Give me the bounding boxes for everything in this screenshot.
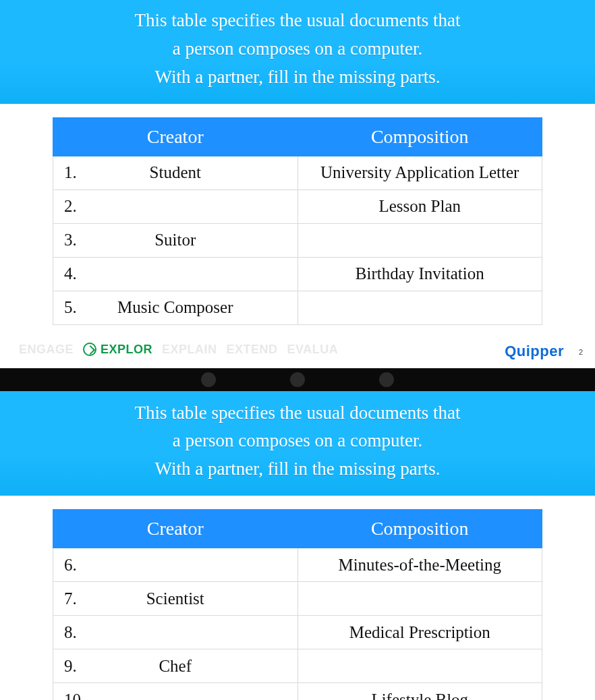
composition-cell: Medical Prescription bbox=[298, 616, 542, 649]
composition-cell: Lifestyle Blog bbox=[298, 683, 542, 700]
row-number: 4. bbox=[64, 264, 105, 283]
creator-cell: Music Composer bbox=[105, 298, 287, 317]
table-row: 4. Birthday Invitation bbox=[53, 257, 542, 291]
composition-cell: University Application Letter bbox=[298, 156, 542, 189]
banner-line-3: With a partner, fill in the missing part… bbox=[27, 455, 568, 484]
divider-dot bbox=[201, 372, 216, 387]
table-row: 9. Chef bbox=[53, 649, 542, 683]
composition-cell bbox=[298, 582, 542, 616]
slide-divider bbox=[0, 368, 595, 391]
composition-cell: Birthday Invitation bbox=[298, 257, 542, 291]
composition-cell: Lesson Plan bbox=[298, 189, 542, 223]
table-container-1: Creator Composition 1. Student Universit… bbox=[0, 104, 595, 339]
creator-cell: Suitor bbox=[105, 231, 287, 250]
row-number: 1. bbox=[64, 163, 105, 182]
col-header-composition: Composition bbox=[298, 510, 542, 548]
row-number: 9. bbox=[64, 657, 105, 676]
divider-dot bbox=[290, 372, 305, 387]
composition-cell: Minutes-of-the-Meeting bbox=[298, 548, 542, 582]
nav-explore-label: EXPLOR bbox=[101, 343, 152, 357]
brand-logo: Quipper bbox=[505, 343, 564, 360]
row-number: 8. bbox=[64, 623, 105, 642]
banner-line-2: a person composes on a computer. bbox=[27, 427, 568, 455]
table-row: 5. Music Composer bbox=[53, 291, 542, 324]
nav-engage[interactable]: ENGAGE bbox=[19, 343, 74, 357]
nav-evaluate[interactable]: EVALUA bbox=[287, 343, 339, 357]
banner-line-3: With a partner, fill in the missing part… bbox=[27, 63, 568, 92]
table-row: 8. Medical Prescription bbox=[53, 616, 542, 649]
table-container-2: Creator Composition 6. Minutes-of-the-Me… bbox=[0, 496, 595, 700]
row-number: 5. bbox=[64, 298, 105, 317]
documents-table-2: Creator Composition 6. Minutes-of-the-Me… bbox=[53, 509, 542, 700]
creator-cell: Chef bbox=[105, 657, 287, 676]
creator-cell bbox=[105, 264, 287, 283]
slide-1: This table specifies the usual documents… bbox=[0, 0, 595, 368]
nav-explain[interactable]: EXPLAIN bbox=[162, 343, 217, 357]
page-number: 2 bbox=[579, 348, 583, 356]
col-header-creator: Creator bbox=[53, 117, 298, 156]
creator-cell: Scientist bbox=[105, 589, 287, 608]
creator-cell bbox=[105, 556, 287, 575]
banner-line-1: This table specifies the usual documents… bbox=[27, 7, 568, 35]
composition-cell bbox=[298, 649, 542, 683]
nav-bar: ENGAGE EXPLOR EXPLAIN EXTEND EVALUA Quip… bbox=[0, 339, 595, 368]
table-row: 6. Minutes-of-the-Meeting bbox=[53, 548, 542, 582]
col-header-composition: Composition bbox=[298, 117, 542, 156]
nav-explore[interactable]: EXPLOR bbox=[83, 343, 152, 357]
row-number: 2. bbox=[64, 197, 105, 216]
nav-extend[interactable]: EXTEND bbox=[227, 343, 278, 357]
documents-table-1: Creator Composition 1. Student Universit… bbox=[53, 117, 542, 325]
table-row: 2. Lesson Plan bbox=[53, 189, 542, 223]
creator-cell bbox=[105, 623, 287, 642]
banner-line-2: a person composes on a computer. bbox=[27, 35, 568, 63]
row-number: 3. bbox=[64, 231, 105, 250]
instruction-banner: This table specifies the usual documents… bbox=[0, 391, 595, 496]
banner-line-1: This table specifies the usual documents… bbox=[27, 399, 568, 428]
composition-cell bbox=[298, 223, 542, 257]
table-row: 10. Lifestyle Blog bbox=[53, 683, 542, 700]
creator-cell bbox=[105, 197, 287, 216]
row-number: 6. bbox=[64, 556, 105, 575]
compass-icon bbox=[83, 343, 96, 356]
table-row: 1. Student University Application Letter bbox=[53, 156, 542, 189]
slide-2: This table specifies the usual documents… bbox=[0, 391, 595, 700]
composition-cell bbox=[298, 291, 542, 324]
table-row: 7. Scientist bbox=[53, 582, 542, 616]
table-row: 3. Suitor bbox=[53, 223, 542, 257]
creator-cell bbox=[105, 691, 287, 700]
instruction-banner: This table specifies the usual documents… bbox=[0, 0, 595, 104]
creator-cell: Student bbox=[105, 163, 287, 182]
divider-dot bbox=[379, 372, 394, 387]
row-number: 7. bbox=[64, 589, 105, 608]
row-number: 10. bbox=[64, 691, 105, 700]
col-header-creator: Creator bbox=[53, 510, 298, 548]
